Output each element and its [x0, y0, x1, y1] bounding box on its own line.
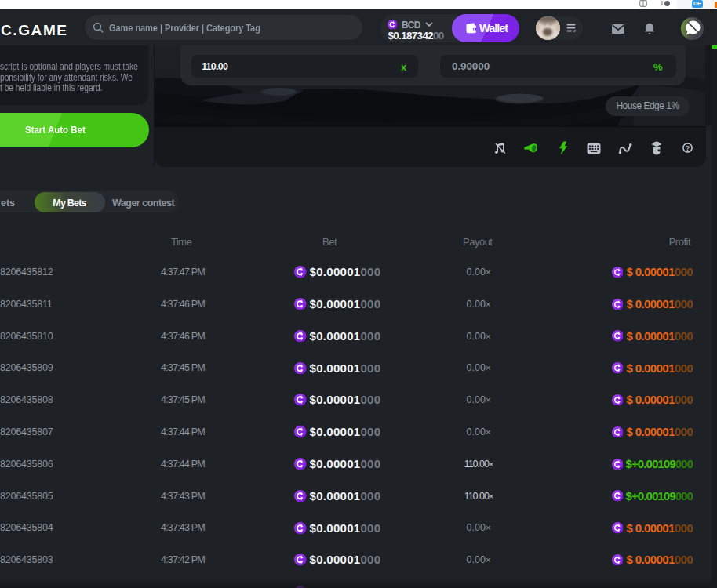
svg-text:?: ? — [686, 144, 690, 152]
